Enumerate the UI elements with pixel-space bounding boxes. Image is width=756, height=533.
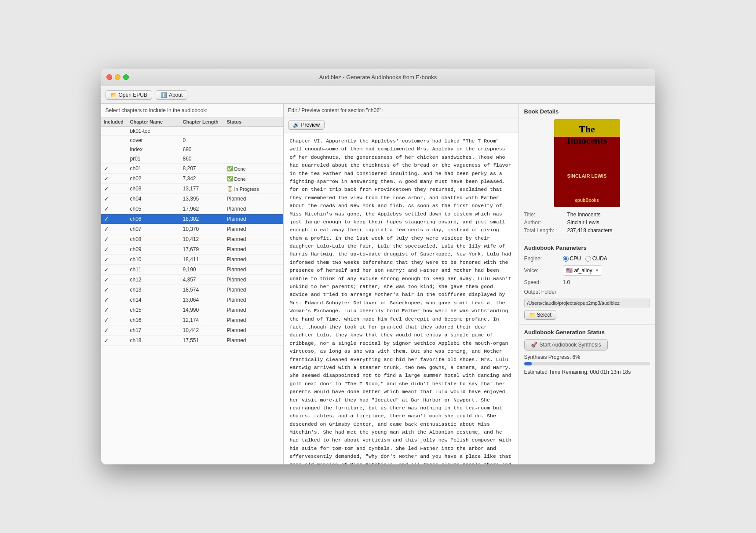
table-row[interactable]: pr01860	[101, 154, 283, 164]
checkmark-icon: ✓	[104, 185, 109, 192]
table-row[interactable]: ✓ch1413,064Planned	[101, 295, 283, 305]
chapter-status-cell: Planned	[224, 336, 283, 346]
table-row[interactable]: ✓ch124,357Planned	[101, 275, 283, 285]
voice-select[interactable]: 🇺🇸 af_alloy ▼	[563, 265, 602, 276]
maximize-button[interactable]	[123, 74, 129, 80]
chapter-included-cell: ✓	[101, 204, 128, 214]
chapter-length-cell: 13,395	[180, 194, 224, 204]
chapter-name-cell: ch06	[128, 214, 180, 224]
table-row[interactable]: index690	[101, 145, 283, 154]
status-planned: Planned	[227, 236, 246, 242]
chapter-included-cell: ✓	[101, 275, 128, 285]
table-row[interactable]: ✓ch1318,574Planned	[101, 285, 283, 295]
window-title: Audiblez - Generate Audiobooks from E-bo…	[319, 74, 437, 80]
table-row[interactable]: ✓ch027,342✅ Done	[101, 174, 283, 184]
minimize-button[interactable]	[115, 74, 121, 80]
table-row[interactable]: ✓ch1817,551Planned	[101, 336, 283, 346]
checkmark-icon: ✓	[104, 327, 109, 334]
chapter-length-cell: 18,302	[180, 214, 224, 224]
voice-label: Voice:	[524, 267, 559, 274]
chapter-status-cell: Planned	[224, 234, 283, 245]
checkmark-icon: ✓	[104, 165, 109, 172]
col-status: Status	[224, 117, 283, 127]
open-epub-button[interactable]: 📂 Open EPUB	[106, 90, 152, 100]
checkmark-icon: ✓	[104, 286, 109, 293]
output-folder-row: /Users/claudio/projects/epub2mp3/audible…	[524, 299, 650, 307]
table-row[interactable]: ✓ch1612,174Planned	[101, 315, 283, 325]
book-title-label: Title:	[524, 212, 564, 218]
status-planned: Planned	[227, 337, 246, 343]
table-row[interactable]: ✓ch0413,395Planned	[101, 194, 283, 204]
about-icon: ℹ️	[161, 92, 167, 98]
chapter-table[interactable]: Included Chapter Name Chapter Length Sta…	[101, 117, 283, 464]
chapter-status-cell: Planned	[224, 265, 283, 275]
cuda-radio-option[interactable]: CUDA	[585, 256, 607, 262]
preview-button[interactable]: 🔊 Preview	[288, 120, 325, 130]
select-btn-container: 📁 Select	[524, 310, 650, 320]
table-row[interactable]: ✓ch119,190Planned	[101, 265, 283, 275]
main-content: Select chapters to include in the audiob…	[101, 104, 655, 464]
chapter-name-cell: ch05	[128, 204, 180, 214]
checkmark-icon: ✓	[104, 256, 109, 263]
checkmark-icon: ✓	[104, 307, 109, 314]
chapters-list: Included Chapter Name Chapter Length Sta…	[101, 117, 283, 346]
chapter-text-content[interactable]: Chapter VI. Apparently the Applebys' cus…	[284, 133, 519, 464]
table-row[interactable]: ✓ch1514,990Planned	[101, 305, 283, 315]
table-row[interactable]: ✓ch0517,962Planned	[101, 204, 283, 214]
table-row[interactable]: ✓ch0313,177⏳ In Progress	[101, 184, 283, 194]
chapter-included-cell: ✓	[101, 336, 128, 346]
col-chapter-length: Chapter Length	[180, 117, 224, 127]
table-row[interactable]: ✓ch018,207✅ Done	[101, 164, 283, 174]
chapter-included-cell: ✓	[101, 315, 128, 325]
book-details-title: Book Details	[524, 108, 650, 115]
table-row[interactable]: ✓ch1710,442Planned	[101, 325, 283, 336]
chapter-included-cell: ✓	[101, 255, 128, 265]
chapter-length-cell: 0	[180, 136, 224, 145]
chapter-length-cell: 10,442	[180, 325, 224, 336]
open-epub-label: Open EPUB	[119, 92, 147, 98]
chapter-length-cell: 18,574	[180, 285, 224, 295]
chapter-name-cell: ch09	[128, 245, 180, 255]
chapter-status-cell: Planned	[224, 204, 283, 214]
table-row[interactable]: bk01-toc	[101, 127, 283, 136]
cuda-radio-dot	[585, 256, 591, 262]
chapter-length-cell: 4,357	[180, 275, 224, 285]
status-planned: Planned	[227, 246, 246, 252]
chapter-included-cell: ✓	[101, 164, 128, 174]
start-synthesis-button[interactable]: 🚀 Start Audiobook Synthesis	[524, 339, 608, 350]
chapter-included-cell	[101, 145, 128, 154]
chapter-status-cell: Planned	[224, 214, 283, 224]
table-row[interactable]: ✓ch0710,370Planned	[101, 224, 283, 234]
table-row[interactable]: ✓ch1018,411Planned	[101, 255, 283, 265]
voice-param-row: Voice: 🇺🇸 af_alloy ▼	[524, 265, 650, 276]
chapter-status-cell: Planned	[224, 325, 283, 336]
select-folder-button[interactable]: 📁 Select	[524, 310, 556, 320]
status-planned: Planned	[227, 216, 246, 222]
about-button[interactable]: ℹ️ About	[156, 90, 187, 100]
close-button[interactable]	[106, 74, 112, 80]
chapter-name-cell: ch02	[128, 174, 180, 184]
status-planned: Planned	[227, 317, 246, 323]
progress-bar-background	[524, 362, 650, 365]
chapter-name-cell: ch03	[128, 184, 180, 194]
audiobook-params-title: Audiobook Parameters	[524, 245, 650, 251]
book-author-label: Author:	[524, 219, 564, 226]
table-row[interactable]: ✓ch0917,679Planned	[101, 245, 283, 255]
status-done: ✅ Done	[227, 176, 246, 182]
chapter-length-cell: 860	[180, 154, 224, 164]
chapter-included-cell: ✓	[101, 305, 128, 315]
table-row[interactable]: ✓ch0810,412Planned	[101, 234, 283, 245]
status-planned: Planned	[227, 196, 246, 202]
preview-icon: 🔊	[293, 122, 299, 128]
chapter-length-cell: 17,679	[180, 245, 224, 255]
left-panel-header: Select chapters to include in the audiob…	[101, 104, 283, 117]
done-icon: ✅	[227, 166, 233, 172]
about-label: About	[169, 92, 183, 98]
titlebar: Audiblez - Generate Audiobooks from E-bo…	[101, 69, 655, 86]
chapter-status-cell: ⏳ In Progress	[224, 184, 283, 194]
table-row[interactable]: ✓ch0618,302Planned	[101, 214, 283, 224]
cpu-radio-option[interactable]: CPU	[563, 256, 581, 262]
chapter-status-cell	[224, 145, 283, 154]
table-row[interactable]: cover0	[101, 136, 283, 145]
book-cover-author: SINCLAIR LEWIS	[567, 173, 607, 179]
